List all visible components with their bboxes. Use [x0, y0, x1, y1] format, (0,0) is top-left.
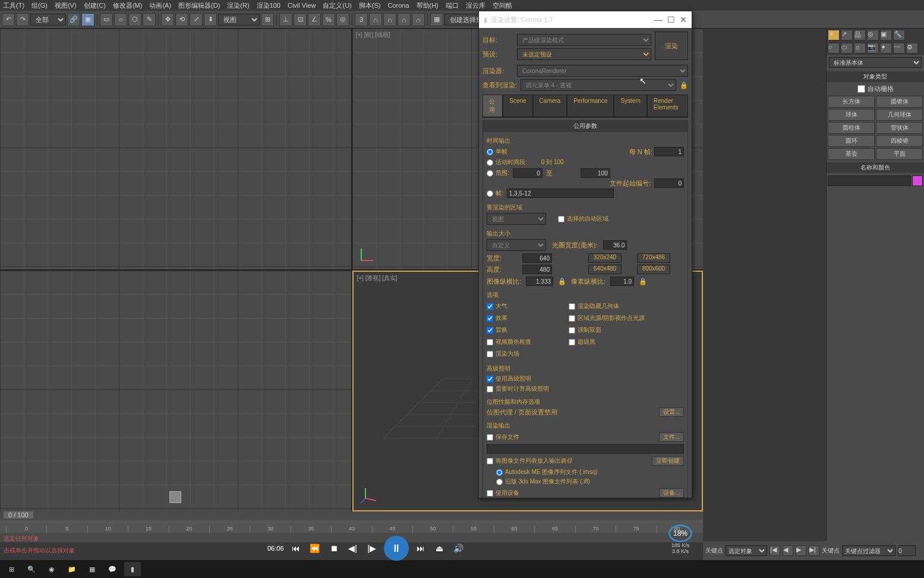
menu-tools[interactable]: 工具(T)	[3, 1, 24, 10]
snap-spin-button[interactable]: ◎	[336, 13, 349, 26]
video-step-fwd-button[interactable]: |▶	[365, 541, 379, 555]
scale-button[interactable]: ⤢	[190, 13, 203, 26]
device-button[interactable]: 设备...	[659, 488, 684, 498]
minimize-button[interactable]: —	[654, 15, 663, 24]
task-app-2[interactable]: 📁	[64, 562, 80, 576]
2side-checkbox[interactable]	[569, 327, 575, 334]
preset-640x480[interactable]: 640x480	[588, 265, 622, 274]
menu-modifiers[interactable]: 修改器(M)	[113, 1, 143, 10]
torus-button[interactable]: 圆环	[828, 135, 875, 147]
atmosphere-checkbox[interactable]	[487, 303, 493, 310]
image-aspect-spinner[interactable]	[526, 277, 553, 286]
video-next-button[interactable]: ⏭	[414, 541, 428, 555]
dialog-titlebar[interactable]: ▮渲染设置: Corona 1.7 — ☐ ✕	[479, 11, 692, 28]
menu-group[interactable]: 组(G)	[31, 1, 48, 10]
range-from-spinner[interactable]	[513, 168, 543, 178]
video-prev-button[interactable]: ⏮	[289, 541, 303, 555]
move-button[interactable]: ✥	[161, 13, 174, 26]
vcolor-checkbox[interactable]	[487, 339, 493, 345]
rotate-button[interactable]: ⟲	[175, 13, 188, 26]
systems-button[interactable]: ⚙	[906, 43, 918, 54]
view-select[interactable]: 视图	[218, 14, 260, 26]
video-play-button[interactable]: ⏸	[384, 536, 409, 561]
geosphere-button[interactable]: 几何球体	[876, 109, 923, 121]
use-adv-checkbox[interactable]	[487, 376, 493, 382]
compute-adv-checkbox[interactable]	[487, 386, 493, 392]
select-rect-button[interactable]: ▭	[100, 13, 113, 26]
next-button[interactable]: ▶|	[809, 545, 819, 556]
hidden-checkbox[interactable]	[569, 303, 575, 310]
use-device-checkbox[interactable]	[487, 490, 493, 497]
teapot-button[interactable]: 茶壶	[828, 148, 875, 160]
menu-render100[interactable]: 渲染100	[257, 1, 280, 10]
preset-select[interactable]: 全部	[30, 14, 66, 26]
helpers-button[interactable]: ✦	[880, 43, 892, 54]
maximize-button[interactable]: ☐	[667, 15, 675, 24]
start-button[interactable]: ⊞	[3, 562, 20, 576]
viewto-select[interactable]: 四元菜单 4 - 透视	[521, 79, 676, 91]
task-app-1[interactable]: ◉	[43, 562, 60, 576]
video-open-button[interactable]: ⏏	[433, 541, 447, 555]
space-warps-button[interactable]: 〰	[893, 43, 905, 54]
magnet2-button[interactable]: ∩	[383, 13, 396, 26]
magnet4-button[interactable]: ∩	[412, 13, 425, 26]
viewport-bottom-left[interactable]	[0, 271, 351, 511]
search-icon[interactable]: 🔍	[23, 562, 40, 576]
modify-tab[interactable]: ↗	[841, 30, 853, 40]
video-step-back-button[interactable]: ◀|	[346, 541, 360, 555]
windows-taskbar[interactable]: ⊞ 🔍 ◉ 📁 ▦ 💬 ▮	[0, 560, 924, 578]
auto-region-checkbox[interactable]	[558, 216, 565, 222]
create-tab[interactable]: ☀	[828, 30, 840, 40]
video-volume-button[interactable]: 🔊	[452, 541, 466, 555]
file-path-input[interactable]	[487, 444, 684, 454]
single-frame-radio[interactable]	[487, 149, 493, 155]
key-filter-select[interactable]: 关键点过滤器	[842, 545, 895, 556]
shapes-button[interactable]: ⬭	[841, 43, 853, 54]
autodesk-me-radio[interactable]	[496, 469, 503, 476]
tab-scene[interactable]: Scene	[503, 95, 532, 117]
lock-icon[interactable]: 🔒	[558, 277, 566, 285]
tab-system[interactable]: System	[614, 95, 647, 117]
lock-icon[interactable]: 🔒	[639, 277, 647, 285]
arealight-checkbox[interactable]	[569, 315, 575, 322]
task-app-3[interactable]: ▦	[84, 562, 100, 576]
snap-percent-button[interactable]: %	[322, 13, 335, 26]
menu-help[interactable]: 帮助(H)	[417, 1, 439, 10]
tab-camera[interactable]: Camera	[533, 95, 567, 117]
every-n-spinner[interactable]	[654, 147, 684, 156]
menu-civilview[interactable]: Civil View	[288, 2, 316, 9]
common-params-rollout[interactable]: 公用参数	[483, 121, 688, 132]
displace-checkbox[interactable]	[487, 327, 493, 334]
tab-render-elements[interactable]: Render Elements	[647, 95, 688, 117]
task-app-5[interactable]: ▮	[124, 562, 141, 576]
select-circle-button[interactable]: ○	[114, 13, 127, 26]
save-file-checkbox[interactable]	[487, 434, 493, 441]
snap-toggle-button[interactable]: 3	[355, 13, 368, 26]
frames-radio[interactable]	[487, 190, 493, 197]
menu-view[interactable]: 视图(V)	[55, 1, 77, 10]
superblack-checkbox[interactable]	[569, 339, 575, 345]
scene-object-cube[interactable]	[169, 491, 181, 503]
tab-common[interactable]: 公用	[483, 95, 503, 117]
menu-cloud[interactable]: 渲云库	[466, 1, 485, 10]
size-select[interactable]: 自定义	[487, 239, 546, 251]
aperture-spinner[interactable]	[603, 240, 627, 250]
viewport-label[interactable]: [+] [透视] [真实]	[357, 274, 398, 282]
menu-render[interactable]: 渲染(R)	[227, 1, 249, 10]
menu-corona[interactable]: Corona	[387, 2, 409, 9]
create-now-button[interactable]: 立即创建	[652, 456, 684, 466]
object-color-swatch[interactable]	[912, 175, 923, 186]
place-button[interactable]: ⬇	[204, 13, 217, 26]
lights-button[interactable]: ☼	[854, 43, 866, 54]
select-fence-button[interactable]: ⬡	[128, 13, 141, 26]
snap-angle-button[interactable]: ∠	[308, 13, 321, 26]
magnet-button[interactable]: ∩	[369, 13, 382, 26]
renderer-select[interactable]: CoronaRenderer	[517, 65, 688, 77]
preset-select[interactable]: 未选定预设	[517, 48, 651, 60]
sphere-button[interactable]: 球体	[828, 109, 875, 121]
area-select[interactable]: 视图	[487, 213, 546, 225]
range-to-spinner[interactable]	[581, 168, 610, 178]
time-ruler[interactable]: 05 1015 2025 3035 4045 5055 6065 7075 80	[0, 520, 703, 533]
frame-input[interactable]	[898, 545, 916, 556]
close-button[interactable]: ✕	[680, 15, 687, 24]
